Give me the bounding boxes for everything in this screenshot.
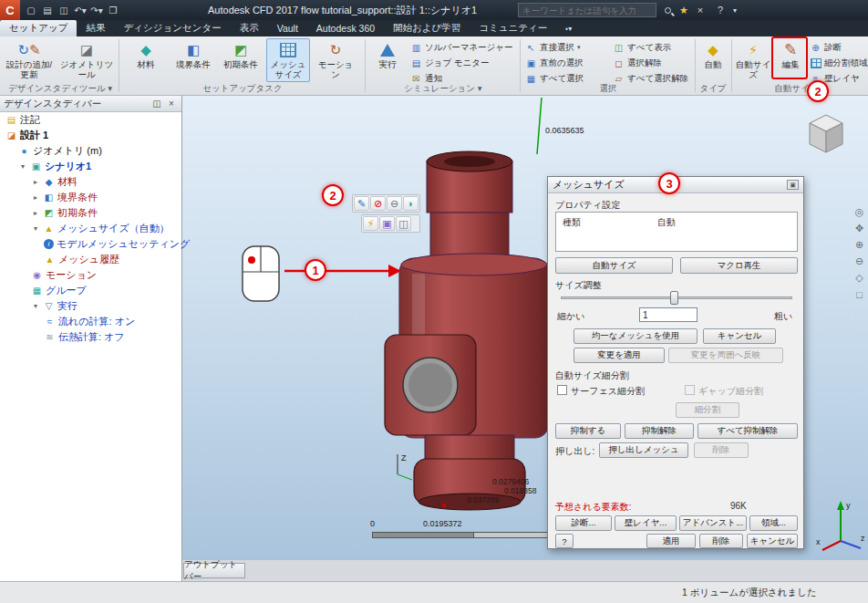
pin-icon[interactable]: ◫ [150,99,163,109]
initial-conditions-button[interactable]: ◩ 初期条件 [219,38,263,82]
help-menu-icon[interactable]: ▾ [728,3,742,17]
tree-item-notes[interactable]: ▤注記 [0,112,181,128]
zoom-tool-icon[interactable]: ⊖ [387,196,402,211]
wall-layer-dialog-button[interactable]: 壁レイヤ... [615,515,677,531]
tree-item-heat-calc[interactable]: ≋伝熱計算: オフ [0,329,181,345]
refine-region-button[interactable]: 細分割領域 [810,56,868,70]
search-icon[interactable] [660,3,675,17]
materials-button[interactable]: ◆ 材料 [124,38,168,82]
tree-item-model-mesh-settings[interactable]: iモデルメッシュセッティング [0,236,181,252]
group-label-setup-tasks[interactable]: セットアップタスク [120,83,365,95]
diagnostics-button[interactable]: ⊕ 診断 [810,40,842,55]
show-all-button[interactable]: ◫ すべて表示 [613,40,671,55]
deselect-button[interactable]: ◻ 選択解除 [613,56,662,70]
macro-play-button[interactable]: マクロ再生 [680,257,798,274]
apply-button[interactable]: 適用 [646,534,696,548]
tree-item-boundary[interactable]: ▸◧境界条件 [0,190,181,205]
tree-item-geometry[interactable]: ●ジオメトリ (m) [0,143,181,159]
ribbon-options-icon[interactable]: ▪▾ [556,20,581,36]
unsuppress-button[interactable]: 抑制解除 [625,423,694,439]
tree-item-flow-calc[interactable]: ≈流れの計算: オン [0,314,181,329]
cancel-small-button[interactable]: キャンセル [703,328,776,344]
diagnostics-dialog-button[interactable]: 診断... [555,515,612,531]
app-logo-icon[interactable]: C [0,0,20,20]
close-icon[interactable]: × [165,99,178,109]
advanced-button[interactable]: アドバンスト... [679,515,747,531]
help-icon[interactable]: ? [713,3,728,17]
expand-open-icon[interactable]: ▾ [31,302,40,310]
refine-button[interactable]: 細分割 [676,402,739,418]
apply-changes-button[interactable]: 変更を適用 [574,348,665,363]
pan-icon[interactable]: ✥ [852,222,866,235]
delete-button[interactable]: 削除 [699,534,743,548]
tree-item-mesh-size[interactable]: ▾▲メッシュサイズ（自動） [0,221,181,236]
tab-get-started[interactable]: 開始および学習 [384,20,470,36]
tree-item-mesh-history[interactable]: ▲メッシュ履歴 [0,252,181,267]
expand-closed-icon[interactable]: ▸ [31,209,40,217]
tab-results[interactable]: 結果 [77,20,114,36]
region-button[interactable]: 領域... [749,515,798,531]
tab-vault[interactable]: Vault [268,20,307,36]
delete-extrude-button[interactable]: 削除 [694,442,749,458]
direct-select-dropdown[interactable]: ↖ 直接選択 ▾ [525,40,581,55]
size-value-input[interactable] [639,307,698,322]
tab-decision-center[interactable]: ディシジョンセンター [114,20,230,36]
undo-icon[interactable]: ↶▾ [73,3,88,17]
group-label-type[interactable]: タイプ [695,83,731,95]
solver-manager-button[interactable]: ▥ ソルバーマネージャー [410,40,513,55]
view-cube[interactable] [801,109,852,160]
output-bar-tab[interactable]: アウトプットバー [183,563,245,578]
new-icon[interactable]: ▢ [24,3,38,17]
uniform-mesh-button[interactable]: 均一なメッシュを使用 [574,328,698,344]
tab-community[interactable]: コミュニティー [470,20,556,36]
save-icon[interactable]: ◫ [57,3,71,17]
tree-item-design[interactable]: ◪設計 1 [0,128,181,143]
clear-icon[interactable]: × [693,3,708,17]
expand-closed-icon[interactable]: ▸ [31,193,40,202]
tree-item-group[interactable]: ▦グループ [0,283,181,298]
boundary-conditions-button[interactable]: ◧ 境界条件 [171,38,215,82]
group-label-selection[interactable]: 選択 [522,83,695,95]
autosize-tool-icon[interactable]: ⚡ [363,216,378,231]
expand-open-icon[interactable]: ▾ [31,224,40,233]
tree-item-solve[interactable]: ▾▽実行 [0,298,181,314]
steering-wheel-icon[interactable]: ◎ [852,205,866,219]
size-slider-handle[interactable] [670,291,678,305]
select-box-icon[interactable]: ◫ [396,216,411,231]
tree-item-materials[interactable]: ▸◆材料 [0,174,181,190]
surface-refine-checkbox[interactable] [557,385,567,395]
group-label-simulation[interactable]: シミュレーション ▾ [367,83,520,95]
spread-changes-button[interactable]: 変更を周囲へ反映 [668,348,783,363]
suppress-button[interactable]: 抑制する [555,423,621,439]
search-input[interactable] [518,3,656,17]
extrude-mesh-button[interactable]: 押し出しメッシュ [599,442,688,458]
mesh-size-button[interactable]: メッシュサイズ [266,38,310,82]
orbit-icon[interactable]: ◇ [852,271,866,285]
expand-open-icon[interactable]: ▾ [18,162,27,171]
edit-size-icon[interactable]: ✎ [354,196,369,211]
autosize-button[interactable]: ⚡ 自動サイズ [733,38,773,82]
look-at-icon[interactable]: □ [852,287,866,301]
job-monitor-button[interactable]: ▤ ジョブ モニター [410,56,489,70]
gap-refine-checkbox[interactable] [685,385,695,395]
expand-closed-icon[interactable]: ▸ [31,178,40,186]
tab-autodesk360[interactable]: Autodesk 360 [307,20,384,36]
properties-listbox[interactable] [555,212,798,252]
group-label-autosize[interactable]: 自動サイズ ▾ [733,83,866,95]
tab-setup[interactable]: セットアップ [0,20,77,36]
suppress-icon[interactable]: ⊘ [370,196,386,211]
dialog-help-button[interactable]: ? [555,534,574,548]
unsuppress-all-button[interactable]: すべて抑制解除 [698,423,798,439]
tree-item-initial[interactable]: ▸◩初期条件 [0,205,181,221]
region-tool-icon[interactable]: ▣ [379,216,395,231]
zoom-out-icon[interactable]: ⊖ [852,255,866,268]
open-icon[interactable]: ▤ [40,3,55,17]
auto-type-button[interactable]: ◆ 自動 [697,38,729,82]
tab-view[interactable]: 表示 [231,20,268,36]
zoom-in-icon[interactable]: ⊕ [852,238,866,252]
previous-selection-button[interactable]: ▣ 直前の選択 [525,56,584,70]
star-icon[interactable]: ★ [677,3,691,17]
group-label-design-tools[interactable]: デザインスタディツール ▾ [2,83,119,95]
solve-button[interactable]: 実行 [368,38,407,82]
autosize-dialog-button[interactable]: 自動サイズ [555,257,673,274]
